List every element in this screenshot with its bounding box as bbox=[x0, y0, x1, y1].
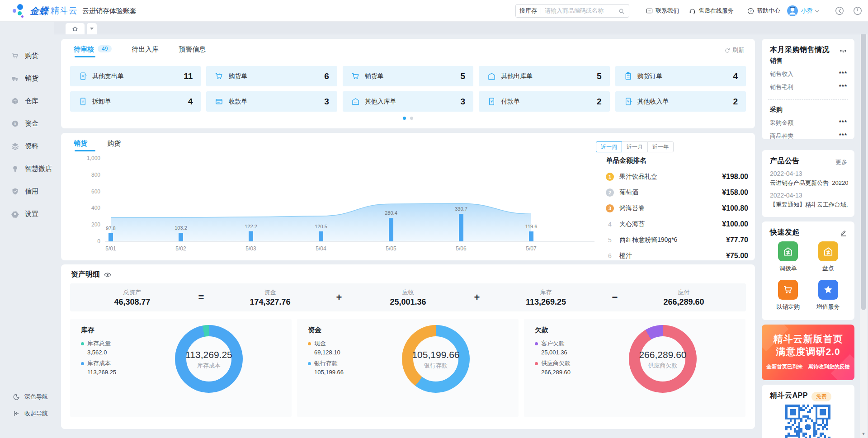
sidebar-item-5[interactable]: 智慧微店 bbox=[0, 160, 54, 178]
box-out-icon: → bbox=[487, 71, 496, 81]
svg-text:280.4: 280.4 bbox=[385, 210, 397, 216]
donut-card-资金: 资金 现金69,128.10银行存款105,199.66 105,199.66银… bbox=[297, 319, 519, 417]
topbar: 金蝶 精斗云 云进销存体验账套 搜库存 请输入商品编码或名称 联系我们 售后在线… bbox=[0, 0, 868, 22]
pending-count-badge: 49 bbox=[98, 45, 112, 52]
legend-item: 现金69,128.10 bbox=[308, 339, 344, 356]
search-input[interactable]: 请输入商品编码或名称 bbox=[545, 7, 618, 15]
moon-icon bbox=[13, 393, 20, 400]
pager-dot[interactable] bbox=[410, 117, 413, 120]
todo-card-count: 3 bbox=[461, 97, 466, 107]
todo-card-8[interactable]: ¥付款单2 bbox=[479, 91, 609, 112]
tab-warnings[interactable]: 预警信息 bbox=[179, 45, 206, 57]
contact-chat-icon bbox=[646, 7, 653, 15]
todo-card-6[interactable]: 收款单3 bbox=[206, 91, 337, 112]
sidebar-item-2[interactable]: 仓库 bbox=[0, 92, 54, 110]
shield-icon bbox=[11, 187, 19, 196]
eye-closed-icon[interactable] bbox=[839, 46, 847, 55]
todo-card-0[interactable]: ¥其他支出单11 bbox=[70, 66, 201, 86]
svg-text:97.8: 97.8 bbox=[106, 226, 115, 231]
scrollbar[interactable]: ▼ bbox=[860, 22, 867, 438]
gear-icon bbox=[11, 210, 19, 218]
todo-card-5[interactable]: #拆卸单4 bbox=[70, 91, 201, 112]
todo-card-4[interactable]: 购货订单4 bbox=[615, 66, 746, 86]
svg-text:330.7: 330.7 bbox=[455, 206, 467, 212]
svg-text:800: 800 bbox=[91, 172, 100, 178]
back-icon bbox=[835, 6, 844, 16]
product-ranking: 单品金额排名 1果汁饮品礼盒¥198.002葡萄酒¥158.003烤海苔卷¥10… bbox=[606, 156, 748, 260]
brand-logo[interactable]: 金蝶 精斗云 bbox=[12, 4, 78, 18]
sidebar-item-6[interactable]: 信用 bbox=[0, 182, 54, 200]
monthly-title: 本月采购销售情况 bbox=[770, 45, 830, 55]
clipboard-icon bbox=[623, 71, 633, 81]
help-center-link[interactable]: ?帮助中心 bbox=[747, 0, 780, 22]
tab-pending-inout[interactable]: 待出入库 bbox=[132, 45, 159, 57]
range-week[interactable]: 近一周 bbox=[596, 141, 622, 152]
scrollbar-thumb[interactable] bbox=[861, 25, 866, 310]
announcement-1[interactable]: 2022-04-13【重要通知】精斗云工作台域... bbox=[770, 192, 848, 209]
sidebar-item-3[interactable]: ¥资金 bbox=[0, 114, 54, 132]
divider bbox=[541, 8, 541, 14]
contact-us-link[interactable]: 联系我们 bbox=[646, 0, 679, 22]
announcement-0[interactable]: 2022-04-13云进销存产品更新公告_20220... bbox=[770, 170, 848, 187]
more-link[interactable]: 更多 bbox=[835, 158, 847, 166]
user-menu[interactable]: 小乔 bbox=[787, 0, 819, 22]
home-tab[interactable] bbox=[66, 23, 85, 34]
sidebar-footer-0[interactable]: 深色导航 bbox=[0, 390, 63, 404]
back-button[interactable] bbox=[834, 5, 845, 16]
todo-tabs: 待审核49 待出入库 预警信息 bbox=[74, 45, 226, 57]
quick-action-0[interactable]: 调拨单 bbox=[768, 241, 808, 273]
todo-card-2[interactable]: -销货单5 bbox=[343, 66, 473, 86]
quick-action-2[interactable]: 以销定购 bbox=[768, 280, 808, 311]
eye-icon[interactable] bbox=[104, 270, 112, 279]
quick-action-1[interactable]: 盘点 bbox=[808, 241, 849, 273]
refresh-icon bbox=[724, 47, 731, 54]
sidebar-item-4[interactable]: 资料 bbox=[0, 137, 54, 155]
sidebar-item-7[interactable]: 设置 bbox=[0, 205, 54, 223]
edit-pencil-icon[interactable] bbox=[840, 229, 847, 237]
pager-dot-active[interactable] bbox=[403, 117, 406, 120]
svg-text:¥: ¥ bbox=[82, 74, 84, 78]
user-avatar-icon bbox=[787, 5, 798, 17]
todo-card-3[interactable]: →其他出库单5 bbox=[479, 66, 609, 86]
search-scope-selector[interactable]: 搜库存 bbox=[519, 7, 537, 15]
todo-card-9[interactable]: ¥其他收入单2 bbox=[615, 91, 746, 112]
todo-card-count: 4 bbox=[188, 97, 193, 107]
doc-hash-icon: # bbox=[78, 97, 88, 106]
edit-pencil-icon bbox=[840, 229, 847, 237]
medal-rank-2-icon: 2 bbox=[606, 188, 614, 197]
sidebar-item-1[interactable]: 销货 bbox=[0, 69, 54, 87]
logout-button[interactable] bbox=[852, 5, 863, 16]
svg-text:-: - bbox=[355, 72, 356, 76]
search-box[interactable]: 搜库存 请输入商品编码或名称 bbox=[515, 4, 629, 18]
tab-dropdown[interactable] bbox=[87, 23, 97, 34]
cart-white-icon bbox=[782, 284, 794, 296]
ranking-row-4: 5西红柿意粉酱190g*6¥77.70 bbox=[606, 236, 748, 244]
doc-yen-in-icon: ¥ bbox=[623, 97, 633, 106]
svg-text:?: ? bbox=[750, 9, 752, 13]
range-month[interactable]: 近一月 bbox=[622, 141, 648, 152]
app-title: 精斗云APP bbox=[770, 391, 808, 400]
svg-text:+: + bbox=[218, 72, 220, 75]
donut-card-title: 资金 bbox=[308, 326, 321, 334]
cart-icon bbox=[11, 52, 19, 60]
quick-action-3[interactable]: 增值服务 bbox=[808, 280, 849, 311]
monthly-group-0: 销售销售收入***销售毛利*** bbox=[770, 57, 847, 91]
monthly-row: 采购金额*** bbox=[770, 119, 847, 127]
sidebar-item-0[interactable]: 购货 bbox=[0, 47, 54, 65]
after-sales-link[interactable]: 售后在线服务 bbox=[689, 0, 734, 22]
sidebar-footer-1[interactable]: 收起导航 bbox=[0, 407, 63, 420]
scroll-down-arrow[interactable]: ▼ bbox=[860, 432, 867, 436]
range-year[interactable]: 近一年 bbox=[647, 141, 674, 152]
promo-banner[interactable]: 精斗云新版首页 满意度调研2.0 全新首页已到来期待收到您的反馈 bbox=[762, 325, 854, 380]
tab-pending-approval[interactable]: 待审核49 bbox=[74, 45, 112, 57]
bulb-icon bbox=[11, 165, 19, 173]
tab-sales[interactable]: 销货 bbox=[74, 139, 87, 151]
tab-purchase[interactable]: 购货 bbox=[107, 139, 121, 151]
donut-card-title: 欠款 bbox=[535, 326, 548, 334]
monthly-row: 商品种类*** bbox=[770, 132, 847, 140]
todo-card-7[interactable]: ←其他入库单3 bbox=[343, 91, 473, 112]
svg-text:5/07: 5/07 bbox=[526, 245, 537, 252]
svg-text:5/05: 5/05 bbox=[386, 245, 396, 252]
todo-card-1[interactable]: +购货单6 bbox=[206, 66, 337, 86]
refresh-button[interactable]: 刷新 bbox=[724, 46, 744, 54]
